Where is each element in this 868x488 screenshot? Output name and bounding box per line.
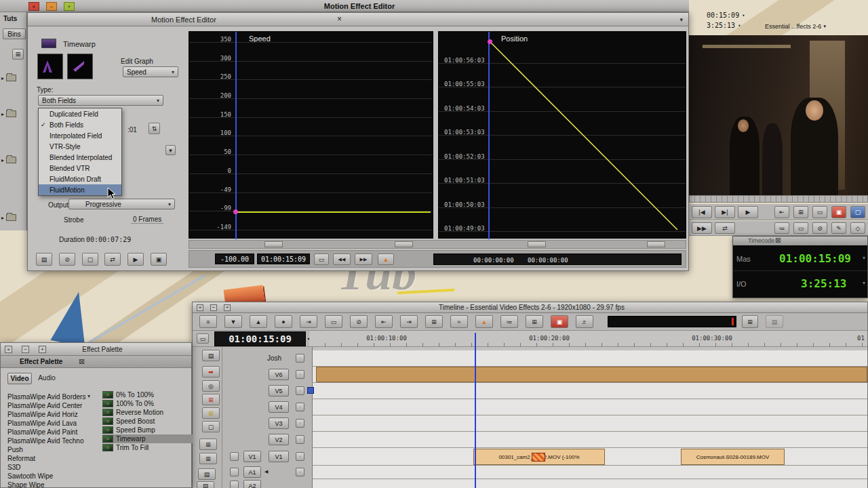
close-button[interactable]: ×: [5, 346, 12, 353]
keyframe-dot[interactable]: [488, 39, 492, 44]
tl-clip-button[interactable]: ▤: [202, 350, 220, 361]
track-monitor-box[interactable]: ·: [296, 468, 304, 476]
toolbar-grid2-button[interactable]: ⊞: [526, 315, 543, 328]
speed-graph[interactable]: Speed 350 300 250 200 150 100 50 0 -49 -…: [189, 31, 433, 239]
track-monitor-box[interactable]: ·: [296, 435, 304, 444]
monitor-sequence-menu[interactable]: Essential ...ffects 2-6▾: [765, 23, 850, 30]
go-to-prev-button[interactable]: ◀◀: [333, 253, 351, 265]
monitor-position-bar[interactable]: [689, 195, 868, 203]
mee-titlebar[interactable]: Motion Effect Editor × ▾: [28, 13, 688, 26]
menu-item[interactable]: Interpolated Field: [39, 130, 121, 141]
quad-split-button[interactable]: ▭: [812, 206, 827, 218]
menu-item[interactable]: VTR-Style: [39, 141, 121, 152]
source-record-box[interactable]: [230, 481, 239, 488]
track-monitor-box[interactable]: ·: [296, 419, 304, 428]
tab-audio[interactable]: Audio: [35, 373, 59, 384]
no-effect-button[interactable]: ⊘: [812, 222, 827, 234]
menu-item[interactable]: FluidMotion Draft: [39, 174, 121, 184]
track-monitor-box[interactable]: ·: [296, 403, 304, 411]
disclosure-icon[interactable]: ▸: [1, 157, 4, 163]
bin-tab-label[interactable]: Tuts: [3, 15, 17, 22]
close-box-icon[interactable]: ⊠: [775, 237, 781, 244]
effect-item-selected[interactable]: ≈Timewarp: [102, 434, 193, 443]
scroll-handle[interactable]: [647, 241, 665, 247]
track-button[interactable]: A2: [243, 480, 261, 488]
close-icon[interactable]: ×: [337, 14, 342, 24]
monitor-tc-menu-bottom[interactable]: 3:25:13▾: [707, 22, 741, 29]
track-header-v2[interactable]: V2 ·: [222, 432, 313, 448]
chevron-down-icon[interactable]: ▾: [863, 255, 865, 261]
track-button[interactable]: V4: [269, 401, 289, 413]
list-button[interactable]: ≔: [774, 222, 789, 234]
track-header-v5[interactable]: V5 ·: [222, 383, 313, 399]
track-content-a2[interactable]: [313, 479, 867, 488]
toggle-source-button[interactable]: ▭: [314, 253, 329, 265]
timeline-clip[interactable]: 00301_cam2_M332.MOV (-100%: [473, 449, 605, 465]
track-content-v3[interactable]: [313, 415, 867, 432]
menu-item[interactable]: Blended VTR: [39, 163, 121, 174]
track-header-v1[interactable]: V1 V1 ·: [222, 448, 313, 466]
timecode-row-master[interactable]: Mas 01:00:15:09 ▾: [733, 247, 867, 271]
tl-yellow-grid-button[interactable]: ⊞: [202, 407, 220, 419]
tl-box1-button[interactable]: ⊞: [199, 439, 217, 450]
track-header-v4[interactable]: V4 ·: [222, 399, 313, 415]
track-button[interactable]: V3: [269, 418, 289, 429]
mee-outline-button[interactable]: ▢: [82, 253, 98, 266]
type-dropdown[interactable]: Both Fields▾: [38, 95, 163, 106]
toolbar-record-button[interactable]: ●: [275, 315, 292, 328]
zoom-button[interactable]: +: [224, 304, 231, 311]
disclosure-icon[interactable]: ▸: [1, 75, 4, 81]
position-indicator-line[interactable]: [235, 32, 237, 239]
position-indicator-line[interactable]: [488, 32, 490, 239]
effect-item[interactable]: ≈Speed Boost: [102, 417, 193, 426]
tl-outline-button[interactable]: ▢: [202, 421, 220, 432]
grid-button[interactable]: ⊞: [793, 206, 808, 218]
disclosure-icon[interactable]: ▸: [1, 215, 4, 221]
tl-segment-arrow-button[interactable]: ➡: [202, 366, 220, 378]
pen-button[interactable]: ✎: [831, 222, 846, 234]
play-button[interactable]: ▶: [738, 206, 758, 218]
mee-play-button[interactable]: ▶: [127, 253, 144, 266]
scroll-handle[interactable]: [264, 241, 283, 247]
track-header-a2[interactable]: A2: [222, 479, 313, 488]
toolbar-menu-button[interactable]: ≡: [199, 315, 217, 328]
toolbar-box-button[interactable]: ▭: [325, 315, 342, 328]
track-content-josh[interactable]: [313, 350, 867, 367]
toolbar-capture-button[interactable]: ▣: [551, 315, 568, 328]
timecode-row-io[interactable]: I/O 3:25:13 ▾: [733, 272, 867, 296]
track-monitor-box[interactable]: ·: [296, 354, 304, 363]
toolbar-expand-button[interactable]: ▲: [250, 315, 267, 328]
toolbar-grid-button[interactable]: ⊞: [425, 315, 443, 328]
motion-effect-button[interactable]: ▲: [378, 253, 394, 265]
bin-folder-row[interactable]: ▸: [1, 214, 16, 221]
track-monitor-box[interactable]: ·: [296, 386, 304, 395]
offset-field-value[interactable]: :01: [127, 126, 137, 134]
minimize-button[interactable]: −: [210, 304, 217, 311]
mee-render-button[interactable]: ▣: [151, 253, 167, 266]
toolbar-lift-button[interactable]: ⇤: [375, 315, 393, 328]
effect-item[interactable]: ≈0% To 100%: [102, 390, 193, 399]
window-close-button[interactable]: ×: [28, 2, 39, 11]
toolbar-splice-button[interactable]: ⇥: [400, 315, 418, 328]
tl-rows-button[interactable]: ▤: [198, 468, 216, 480]
window-zoom-button[interactable]: +: [64, 2, 75, 11]
timeline-playhead[interactable]: [475, 333, 476, 488]
tl-box2-button[interactable]: ⊞: [199, 453, 217, 464]
strobe-value[interactable]: 0 Frames: [131, 216, 163, 224]
track-content-v1[interactable]: 00301_cam2_M332.MOV (-100% Cosmonaut-S02…: [313, 448, 867, 466]
diamond-button[interactable]: ◇: [850, 222, 865, 234]
toolbar-extract-button[interactable]: ⇥: [300, 315, 317, 328]
timeline-ruler[interactable]: 01:00:10:00 01:00:20:00 01:00:30:00 01: [309, 331, 867, 346]
monitor-tc-menu-top[interactable]: 00:15:09▾: [707, 12, 745, 19]
effect-item[interactable]: ≈Trim To Fill: [102, 443, 193, 452]
minimize-button[interactable]: −: [22, 346, 29, 353]
tab-video[interactable]: Video: [7, 373, 32, 384]
track-header-josh[interactable]: Josh ·: [222, 350, 313, 367]
effect-mode-button[interactable]: ▣: [831, 206, 846, 218]
bins-tab[interactable]: Bins: [3, 28, 26, 39]
effect-palette-titlebar[interactable]: × − + Effect Palette: [1, 343, 191, 356]
mee-remove-effect-button[interactable]: ⊘: [59, 253, 75, 266]
bin-view-button[interactable]: ⊞: [12, 49, 24, 60]
timeline-titlebar[interactable]: × − + Timeline - Essential Video Effects…: [193, 302, 867, 313]
track-header-v3[interactable]: V3 ·: [222, 415, 313, 432]
